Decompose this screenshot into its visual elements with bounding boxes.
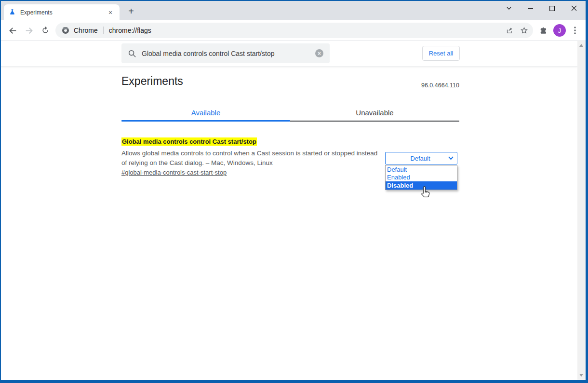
new-tab-button[interactable]: + (125, 5, 137, 17)
scrollbar-down-icon[interactable] (579, 374, 583, 377)
reset-all-button[interactable]: Reset all (422, 46, 460, 61)
maximize-icon[interactable] (541, 1, 563, 15)
tab-unavailable-underline (290, 121, 459, 122)
close-window-icon[interactable] (563, 1, 585, 15)
window-controls (498, 1, 585, 15)
browser-toolbar: Chrome chrome://flags J (1, 20, 586, 41)
browser-window: Experiments × + (0, 0, 588, 383)
share-icon[interactable] (502, 23, 517, 38)
minimize-icon[interactable] (520, 1, 541, 15)
scrollbar-up-icon[interactable] (579, 44, 583, 47)
flags-flask-icon (9, 9, 16, 16)
browser-menu-kebab-icon[interactable] (569, 23, 581, 38)
search-input[interactable]: Global media controls control Cast start… (142, 50, 315, 57)
clear-search-icon[interactable]: × (315, 49, 323, 57)
tab-available-underline (121, 120, 290, 122)
tab-strip: Experiments × + (1, 1, 586, 20)
page-title: Experiments (121, 75, 183, 88)
url-host-label: Chrome (74, 27, 98, 34)
profile-avatar[interactable]: J (553, 24, 566, 37)
browser-tab-experiments[interactable]: Experiments × (4, 4, 120, 20)
flag-permalink[interactable]: #global-media-controls-cast-start-stop (121, 169, 227, 176)
dropdown-option-default[interactable]: Default (386, 165, 457, 174)
forward-icon[interactable] (22, 23, 36, 38)
flag-select[interactable]: Default (385, 152, 457, 164)
omnibox[interactable]: Chrome chrome://flags (55, 23, 533, 38)
flags-search-box[interactable]: Global media controls control Cast start… (121, 43, 330, 63)
flag-select-value: Default (386, 155, 448, 162)
close-tab-icon[interactable]: × (106, 8, 115, 17)
flags-page: Global media controls control Cast start… (1, 41, 586, 380)
search-highlight: Global media controls control Cast start… (121, 137, 257, 146)
version-label: 96.0.4664.110 (421, 82, 459, 89)
reload-icon[interactable] (38, 23, 53, 38)
bookmark-star-icon[interactable] (517, 23, 531, 38)
dropdown-option-enabled[interactable]: Enabled (386, 174, 457, 182)
hand-cursor-icon (420, 185, 432, 201)
search-icon (128, 49, 136, 58)
url-separator (103, 27, 104, 34)
chevron-down-icon (448, 156, 454, 160)
page-scrollbar[interactable] (577, 41, 586, 380)
extensions-puzzle-icon[interactable] (536, 23, 550, 38)
back-icon[interactable] (5, 23, 20, 38)
tab-unavailable[interactable]: Unavailable (290, 105, 459, 120)
url-text[interactable]: chrome://flags (109, 27, 151, 34)
tab-search-chevron-icon[interactable] (498, 1, 520, 15)
flags-content: Experiments 96.0.4664.110 Available Unav… (121, 67, 459, 376)
chrome-site-icon (62, 27, 69, 34)
flag-title: Global media controls control Cast start… (121, 138, 257, 145)
tab-available[interactable]: Available (121, 105, 290, 120)
flag-description: Allows global media controls to control … (121, 149, 382, 168)
tab-title: Experiments (20, 9, 106, 16)
